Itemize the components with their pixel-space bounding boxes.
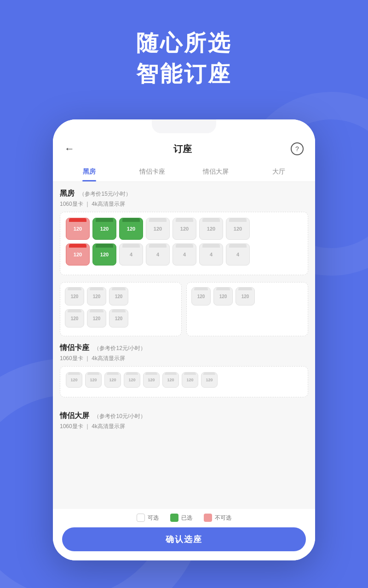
qinlv-seat-7[interactable]: 120 xyxy=(182,372,198,388)
legend-selected-box xyxy=(170,514,178,522)
seat-row-3: 120 120 120 xyxy=(65,287,177,305)
hero-line1: 随心所选 xyxy=(0,28,368,58)
nav-title: 订座 xyxy=(173,143,192,155)
legend-occupied: 不可选 xyxy=(204,514,231,522)
heifang-col-right: 120 120 120 xyxy=(186,282,308,336)
section-heifang-spec: 1060显卡 ｜ 4k高清显示屏 xyxy=(60,200,308,208)
seat-3-2[interactable]: 120 xyxy=(87,287,106,305)
seat-row-4: 120 120 120 xyxy=(65,309,177,328)
seat-1-1[interactable]: 120 xyxy=(66,218,90,240)
phone-notch xyxy=(152,119,216,133)
seat-2-2[interactable]: 120 xyxy=(92,243,116,266)
seat-1-2[interactable]: 120 xyxy=(92,218,116,240)
seat-2-4[interactable]: 4 xyxy=(146,243,170,266)
seat-row-2: 120 120 4 4 4 4 4 xyxy=(66,243,302,266)
tab-hei-fang[interactable]: 黑房 xyxy=(58,162,121,181)
scroll-content: 黑房 （参考价15元/小时） 1060显卡 ｜ 4k高清显示屏 120 120 … xyxy=(53,182,315,538)
section-daping-title: 情侣大屏 xyxy=(60,412,89,419)
seat-1-4[interactable]: 120 xyxy=(146,218,170,240)
qinlv-seat-8[interactable]: 120 xyxy=(201,372,218,388)
seat-2-7[interactable]: 4 xyxy=(226,243,250,266)
tab-dating[interactable]: 大厅 xyxy=(247,162,311,181)
section-daping-header: 情侣大屏 （参考价10元/小时） 1060显卡 ｜ 4k高清显示屏 xyxy=(60,411,308,430)
seat-2-5[interactable]: 4 xyxy=(172,243,196,266)
section-heifang-title: 黑房 xyxy=(60,189,75,197)
section-heifang-price: （参考价15元/小时） xyxy=(79,191,131,197)
seat-4-1[interactable]: 120 xyxy=(65,309,84,328)
section-heifang-header: 黑房 （参考价15元/小时） 1060显卡 ｜ 4k高清显示屏 xyxy=(60,189,308,208)
confirm-button[interactable]: 确认选座 xyxy=(62,527,306,551)
qinlv-seat-5[interactable]: 120 xyxy=(143,372,160,388)
seat-5-1[interactable]: 120 xyxy=(191,287,211,305)
seat-row-5: 120 120 120 xyxy=(191,287,303,305)
section-qinlv-price: （参考价12元/小时） xyxy=(94,345,146,351)
section-daping-spec: 1060显卡 ｜ 4k高清显示屏 xyxy=(60,423,308,430)
qinlv-seat-4[interactable]: 120 xyxy=(124,372,140,388)
seat-row-1: 120 120 120 120 120 120 120 xyxy=(66,218,302,240)
hero-line2: 智能订座 xyxy=(0,58,368,89)
seat-4-2[interactable]: 120 xyxy=(87,309,106,328)
legend-available-box xyxy=(137,514,145,522)
section-qinlv-title: 情侣卡座 xyxy=(60,344,89,351)
legend-available-label: 可选 xyxy=(148,514,159,522)
legend-selected: 已选 xyxy=(170,514,192,522)
seat-2-3[interactable]: 4 xyxy=(119,243,143,266)
section-daping-price: （参考价10元/小时） xyxy=(94,413,146,419)
phone-mockup: ← 订座 ? 黑房 情侣卡座 情侣大屏 大厅 黑房 （参考价15元/小时） 10… xyxy=(53,119,315,560)
tab-qinlv-daping[interactable]: 情侣大屏 xyxy=(184,162,247,181)
qinlv-seat-row-1: 120 120 120 120 120 120 120 120 xyxy=(66,372,302,388)
legend-available: 可选 xyxy=(137,514,159,522)
hero-text: 随心所选 智能订座 xyxy=(0,28,368,89)
help-button[interactable]: ? xyxy=(291,142,304,155)
seat-5-2[interactable]: 120 xyxy=(213,287,233,305)
seat-4-3[interactable]: 120 xyxy=(109,309,128,328)
seat-1-7[interactable]: 120 xyxy=(226,218,250,240)
seat-3-1[interactable]: 120 xyxy=(65,287,84,305)
legend-occupied-box xyxy=(204,514,212,522)
heifang-col-left: 120 120 120 120 120 120 xyxy=(60,282,182,336)
tab-qinlv-kazuo[interactable]: 情侣卡座 xyxy=(121,162,184,181)
heifang-two-col: 120 120 120 120 120 120 120 120 120 xyxy=(60,282,308,336)
seat-2-6[interactable]: 4 xyxy=(199,243,223,266)
screen: ← 订座 ? 黑房 情侣卡座 情侣大屏 大厅 黑房 （参考价15元/小时） 10… xyxy=(53,119,315,560)
section-qinlv-spec: 1060显卡 ｜ 4k高清显示屏 xyxy=(60,355,308,362)
section-qinlv-header: 情侣卡座 （参考价12元/小时） 1060显卡 ｜ 4k高清显示屏 xyxy=(60,343,308,362)
qinlv-seat-2[interactable]: 120 xyxy=(85,372,102,388)
legend-occupied-label: 不可选 xyxy=(215,514,231,522)
seat-1-6[interactable]: 120 xyxy=(199,218,223,240)
tab-bar: 黑房 情侣卡座 情侣大屏 大厅 xyxy=(53,162,315,182)
legend-selected-label: 已选 xyxy=(181,514,192,522)
qinlv-seat-grid: 120 120 120 120 120 120 120 120 xyxy=(60,366,308,397)
seat-2-1[interactable]: 120 xyxy=(66,243,90,266)
seat-1-5[interactable]: 120 xyxy=(172,218,196,240)
seat-1-3[interactable]: 120 xyxy=(119,218,143,240)
legend: 可选 已选 不可选 xyxy=(62,514,306,522)
back-button[interactable]: ← xyxy=(64,143,75,155)
qinlv-seat-6[interactable]: 120 xyxy=(162,372,179,388)
heifang-seat-grid: 120 120 120 120 120 120 120 120 120 4 4 … xyxy=(60,212,308,275)
qinlv-seat-1[interactable]: 120 xyxy=(66,372,82,388)
seat-5-3[interactable]: 120 xyxy=(236,287,255,305)
seat-3-3[interactable]: 120 xyxy=(109,287,128,305)
bottom-bar: 可选 已选 不可选 确认选座 xyxy=(53,509,315,560)
qinlv-seat-3[interactable]: 120 xyxy=(104,372,121,388)
